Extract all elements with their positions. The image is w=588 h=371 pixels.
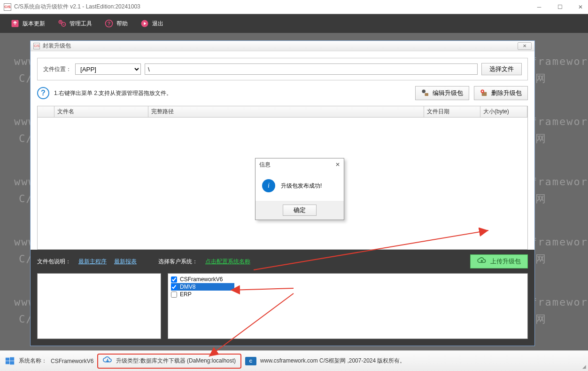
status-upgrade-type-text: 升级类型:数据库文件下载器 (DaMeng:localhost) (116, 357, 236, 365)
edit-icon (421, 89, 430, 97)
question-icon: ? (37, 87, 49, 99)
menu-tools-label: 管理工具 (70, 20, 92, 28)
package-desc-label: 文件包说明： (37, 258, 71, 266)
description-textarea[interactable] (37, 273, 161, 339)
svg-rect-13 (6, 357, 9, 360)
info-title-text: 信息 (259, 161, 271, 169)
info-close-button[interactable]: ✕ (335, 161, 340, 168)
menu-update[interactable]: 版本更新 (5, 16, 51, 31)
titlebar: C/S C/S系统自动升级软件 v2.1 - LastEdition:20241… (0, 0, 588, 14)
config-system-link[interactable]: 点击配置系统名称 (205, 258, 250, 266)
delete-package-button[interactable]: 删除升级包 (474, 86, 528, 100)
col-filename: 文件名 (54, 106, 148, 117)
menu-tools[interactable]: 管理工具 (52, 16, 98, 31)
cloud-upload-icon (477, 257, 487, 266)
package-close-button[interactable]: ✕ (518, 42, 532, 50)
tools-icon (57, 19, 67, 28)
help-icon: ? (104, 19, 114, 28)
location-select[interactable]: [APP] (75, 63, 141, 75)
close-button[interactable]: ✕ (577, 3, 584, 11)
svg-rect-16 (10, 361, 14, 364)
system-label: ERP (180, 291, 192, 298)
info-titlebar: 信息 ✕ (255, 158, 344, 171)
package-titlebar: C/S 封装升级包 ✕ (31, 41, 534, 51)
system-checkbox[interactable] (171, 284, 177, 290)
file-location-row: 文件位置： [APP] 选择文件 (37, 58, 528, 80)
cs-logo-icon: C (245, 357, 256, 365)
info-dialog: 信息 ✕ i 升级包发布成功! 确定 (255, 158, 344, 220)
app-icon: C/S (4, 3, 11, 11)
windows-flag-icon (5, 356, 15, 366)
info-ok-button[interactable]: 确定 (283, 205, 317, 216)
menubar: 版本更新 管理工具 ? 帮助 退出 (0, 14, 588, 33)
exit-icon (140, 19, 149, 28)
upload-package-button[interactable]: 上传升级包 (470, 254, 528, 268)
col-size: 大小(byte) (480, 106, 527, 117)
statusbar: 系统名称： CSFrameworkV6 升级类型:数据库文件下载器 (DaMen… (0, 350, 588, 371)
info-icon: i (262, 179, 275, 192)
svg-point-6 (422, 90, 426, 94)
link-main-program[interactable]: 最新主程序 (78, 258, 107, 266)
bottom-panel: 文件包说明： 最新主程序 最新报表 选择客户系统： 点击配置系统名称 上传升级包 (31, 250, 534, 346)
package-icon: C/S (33, 43, 40, 49)
minimize-button[interactable]: ─ (535, 3, 543, 11)
menu-help[interactable]: ? 帮助 (99, 16, 133, 31)
cloud-download-icon (103, 356, 112, 366)
menu-update-label: 版本更新 (23, 20, 45, 28)
delete-icon (480, 89, 488, 97)
systems-listbox[interactable]: CSFrameworkV6 DMV8 ERP (168, 273, 528, 339)
update-icon (10, 19, 20, 28)
hint-text: 1.右键弹出菜单 2.支持从资源管理器拖放文件。 (54, 89, 410, 97)
system-checkbox[interactable] (171, 292, 177, 298)
system-label: CSFrameworkV6 (180, 276, 223, 283)
status-site: www.csframework.com C/S框架网 ,2007-2024 版权… (260, 357, 405, 365)
status-upgrade-type: 升级类型:数据库文件下载器 (DaMeng:localhost) (97, 354, 241, 369)
client-system-label: 选择客户系统： (158, 258, 198, 266)
resize-grip[interactable]: ◢ (582, 364, 586, 369)
choose-file-button[interactable]: 选择文件 (481, 63, 522, 75)
svg-rect-15 (6, 361, 9, 364)
table-header: 文件名 完整路径 文件日期 大小(byte) (38, 106, 527, 118)
system-label: DMV8 (180, 284, 195, 290)
svg-text:?: ? (108, 21, 111, 26)
system-item-erp[interactable]: ERP (171, 291, 525, 298)
system-checkbox[interactable] (171, 276, 177, 283)
path-input[interactable] (145, 63, 478, 75)
menu-help-label: 帮助 (116, 20, 128, 28)
edit-package-button[interactable]: 编辑升级包 (415, 86, 469, 100)
col-check (38, 106, 54, 117)
link-report[interactable]: 最新报表 (114, 258, 137, 266)
svg-rect-14 (10, 357, 14, 360)
col-date: 文件日期 (424, 106, 480, 117)
system-item-csframeworkv6[interactable]: CSFrameworkV6 (171, 276, 525, 283)
hint-row: ? 1.右键弹出菜单 2.支持从资源管理器拖放文件。 编辑升级包 删除升级包 (37, 86, 528, 100)
status-system-value: CSFrameworkV6 (51, 358, 93, 364)
window-title: C/S系统自动升级软件 v2.1 - LastEdition:20241003 (14, 3, 535, 11)
menu-exit-label: 退出 (152, 20, 163, 28)
info-message: 升级包发布成功! (281, 182, 322, 190)
system-item-dmv8[interactable]: DMV8 (171, 283, 234, 291)
maximize-button[interactable]: ☐ (556, 3, 564, 11)
status-system-label: 系统名称： (19, 357, 47, 365)
file-location-label: 文件位置： (43, 65, 71, 73)
package-title: 封装升级包 (43, 42, 71, 50)
svg-rect-7 (425, 93, 429, 96)
col-path: 完整路径 (148, 106, 424, 117)
menu-exit[interactable]: 退出 (134, 16, 169, 31)
